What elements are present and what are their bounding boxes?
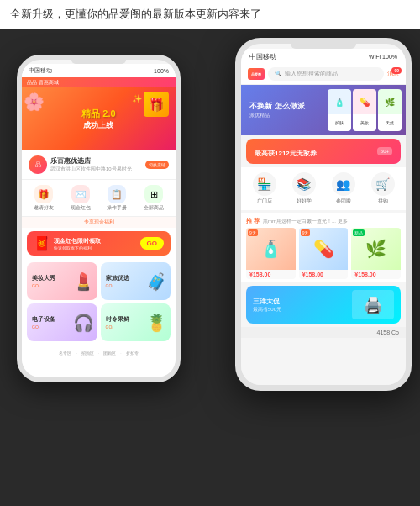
group-label: 参团啦 — [336, 198, 351, 205]
icon-item-products[interactable]: ⊞ 全部商品 — [144, 185, 164, 211]
search-icon: 🔍 — [275, 71, 282, 77]
beauty-go: GO› — [32, 283, 55, 288]
product-3-tag: 新品 — [353, 229, 365, 236]
product-label-3: 天然 — [378, 114, 402, 131]
promo-subtitle: 最高省500元 — [253, 306, 281, 314]
learn-label: 好好学 — [297, 198, 312, 205]
switch-store-button[interactable]: 切换店铺 — [145, 161, 169, 169]
coupon-text-group: 最高获1212元无敌券 — [255, 144, 317, 159]
manual-icon: 📋 — [108, 185, 126, 203]
product-2-emoji: 💊 — [313, 239, 334, 259]
coupon-tag: 60+ — [377, 147, 392, 155]
electronics-go: GO› — [32, 324, 55, 329]
invite-label: 邀请好友 — [34, 205, 54, 211]
search-input[interactable]: 🔍 输入您想搜索的商品 — [268, 67, 384, 81]
fruits-emoji: 🍍 — [146, 313, 167, 333]
app-logo: 品爱阁 — [248, 68, 265, 80]
left-bottom-tabs: 名专区 · 招购区 · 团购区 · 折扣专 — [22, 345, 176, 360]
invite-icon: 🎁 — [34, 185, 53, 203]
group-icon: 👥 — [332, 172, 355, 196]
red-envelope-section[interactable]: 🧧 现金红包限时领取 快速领取旗下的福利 GO — [27, 231, 171, 256]
icon-item-invite[interactable]: 🎁 邀请好友 — [34, 185, 54, 211]
nav-icon-cart[interactable]: 🛒 拼购 — [371, 172, 395, 205]
products-icon: ⊞ — [144, 185, 163, 203]
left-header: 品品 晋惠商城 — [22, 77, 176, 87]
electronics-title: 电子设备 — [32, 315, 55, 324]
rec-products-row: 🧴 9天 ¥158.00 💊 9天 ¥158.00 — [246, 228, 401, 279]
travel-emoji: 🧳 — [146, 271, 167, 292]
product-image-3: 🌿 — [378, 89, 402, 114]
rec-product-image-2: 💊 9天 — [299, 228, 349, 270]
icon-item-envelope[interactable]: ✉️ 现金红包 — [71, 185, 91, 211]
product-3-emoji: 🌿 — [365, 239, 386, 259]
right-coupon-section[interactable]: 最高获1212元无敌券 60+ — [246, 139, 401, 164]
category-card-beauty[interactable]: 美妆大秀 GO› 💄 — [27, 262, 97, 300]
promo-text-group: 三洋大促 最高省500元 — [253, 297, 281, 314]
product-label-1: 护肤 — [328, 114, 351, 131]
red-envelope-left: 🧧 现金红包限时领取 快速领取旗下的福利 — [34, 235, 101, 251]
envelope-go-button[interactable]: GO — [140, 237, 164, 250]
envelope-title: 现金红包限时领取 — [54, 237, 101, 245]
left-icon-grid: 🎁 邀请好友 ✉️ 现金红包 📋 操作手册 ⊞ 全部商品 — [22, 180, 176, 217]
right-status-wifi: WiFi — [369, 54, 381, 60]
phone-right: 中国移动 WiFi 100% 品爱阁 🔍 输入您想搜索的商品 消息 99 — [235, 38, 412, 391]
store-logo-icon: 品 — [35, 161, 41, 169]
right-banner-text: 不换新 怎么做派 派优精品 — [249, 101, 305, 119]
beauty-emoji: 💄 — [73, 271, 94, 292]
product-1-tag: 9天 — [248, 229, 258, 236]
tab-group[interactable]: 团购区 — [101, 351, 118, 356]
promo-title: 三洋大促 — [253, 297, 281, 306]
category-card-fruits[interactable]: 时令果鲜 GO› 🍍 — [101, 303, 171, 341]
product-2-tag: 9天 — [301, 229, 311, 236]
tab-discount[interactable]: 折扣专 — [123, 351, 141, 356]
banner-main-sub: 派优精品 — [249, 112, 305, 119]
nav-icon-learn[interactable]: 📚 好好学 — [292, 172, 316, 205]
product-item-3: 🌿 天然 — [378, 89, 402, 131]
store-logo: 品 — [29, 155, 47, 174]
travel-title: 家旅优选 — [106, 274, 129, 282]
left-status-bar: 中国移动 100% — [22, 64, 176, 77]
product-image-1: 🧴 — [328, 89, 351, 114]
notification-text: 全新升级，更懂你的品爱阁的最新版本更新内容来了 — [10, 8, 261, 20]
electronics-emoji: 🎧 — [73, 313, 94, 333]
right-search-bar: 品爱阁 🔍 输入您想搜索的商品 消息 99 — [241, 64, 406, 85]
nav-icon-store[interactable]: 🏪 广门店 — [253, 172, 276, 205]
red-envelope-text: 现金红包限时领取 快速领取旗下的福利 — [54, 237, 101, 250]
message-button[interactable]: 消息 99 — [387, 70, 399, 78]
store-address: 武汉市洪山区软件园中路10号果时光 — [50, 166, 142, 173]
left-status-battery: 100% — [154, 68, 169, 74]
product-label-2: 美妆 — [353, 114, 376, 131]
category-grid: 美妆大秀 GO› 💄 家旅优选 GO› 🧳 电子设备 GO› — [22, 259, 176, 345]
left-banner: 🌸 ✨ 精品 2.0 成功上线 🎁 — [22, 87, 176, 150]
nav-icon-group[interactable]: 👥 参团啦 — [332, 172, 355, 205]
right-nav-icons: 🏪 广门店 📚 好好学 👥 参团啦 🛒 拼购 — [241, 167, 406, 210]
banner-line1: 精品 2.0 — [81, 108, 115, 120]
rec-product-1[interactable]: 🧴 9天 ¥158.00 — [246, 228, 296, 279]
tab-recruit[interactable]: 招购区 — [79, 351, 97, 356]
banner-line2: 成功上线 — [81, 120, 115, 131]
fruits-go: GO› — [106, 324, 129, 329]
right-promo-banner[interactable]: 三洋大促 最高省500元 🖨️ — [246, 286, 401, 324]
tab-exclusive[interactable]: 名专区 — [56, 351, 74, 356]
red-envelope-icon: 🧧 — [34, 235, 50, 251]
icon-item-manual[interactable]: 📋 操作手册 — [107, 185, 127, 211]
coupon-main-text: 最高获1212元无敌券 — [255, 150, 317, 157]
right-status-bar: 中国移动 WiFi 100% — [241, 49, 406, 64]
gift-box-decoration: 🎁 — [144, 92, 169, 117]
category-card-travel[interactable]: 家旅优选 GO› 🧳 — [101, 262, 171, 300]
flower-decoration: 🌸 — [24, 92, 45, 112]
rec-product-3[interactable]: 🌿 新品 ¥158.00 — [351, 228, 401, 279]
product-1-price: ¥158.00 — [246, 270, 296, 279]
product-item-2: 💊 美妆 — [353, 89, 376, 131]
right-status-battery: 100% — [382, 54, 397, 60]
manual-label: 操作手册 — [107, 205, 127, 211]
beauty-title: 美妆大秀 — [32, 274, 55, 282]
rec-product-2[interactable]: 💊 9天 ¥158.00 — [299, 228, 349, 279]
fruits-title: 时令果鲜 — [106, 315, 129, 324]
date-badge-text: 4158 Co — [377, 329, 399, 335]
message-badge: 99 — [391, 67, 402, 74]
product-2-price: ¥158.00 — [299, 270, 349, 279]
product-item-1: 🧴 护肤 — [328, 89, 351, 131]
category-card-electronics[interactable]: 电子设备 GO› 🎧 — [27, 303, 97, 341]
right-main-banner: 不换新 怎么做派 派优精品 🧴 护肤 💊 美妆 🌿 天然 — [241, 85, 406, 135]
